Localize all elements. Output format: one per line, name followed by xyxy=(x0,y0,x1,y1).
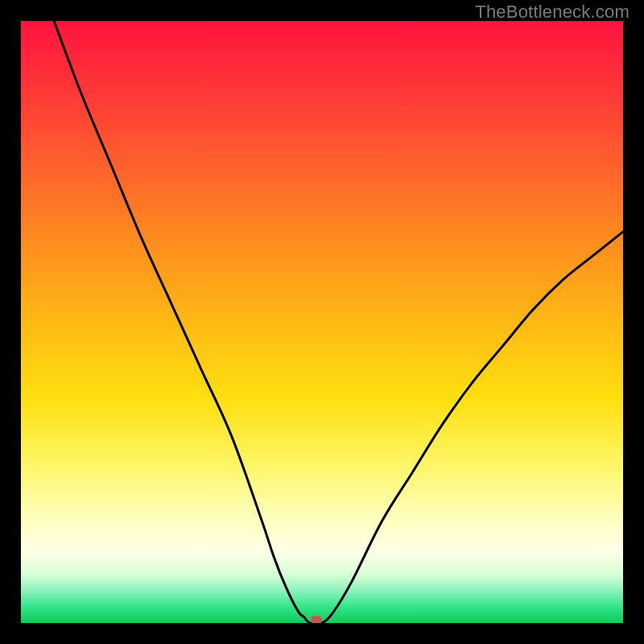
watermark-text: TheBottleneck.com xyxy=(475,2,630,23)
bottleneck-curve xyxy=(21,21,623,623)
chart-frame: TheBottleneck.com xyxy=(0,0,644,644)
minimum-marker xyxy=(311,616,321,623)
plot-area xyxy=(21,21,623,623)
